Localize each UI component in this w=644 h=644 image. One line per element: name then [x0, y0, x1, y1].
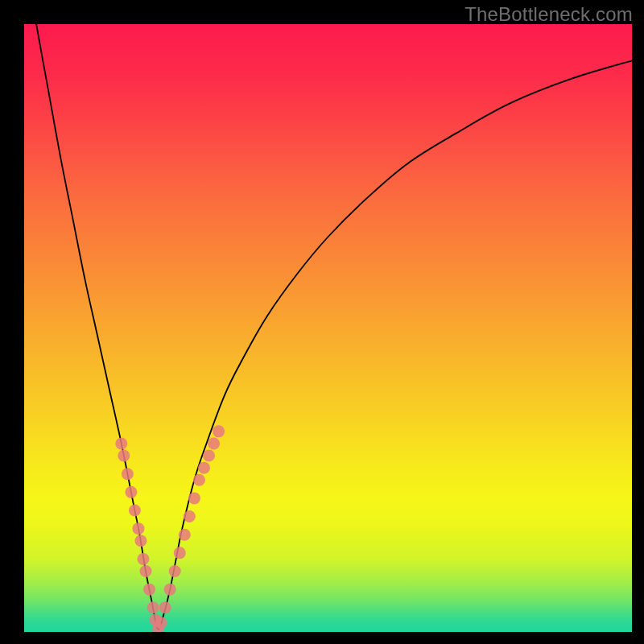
sample-dot: [213, 425, 225, 437]
sample-dot: [122, 468, 134, 480]
sample-dot: [155, 617, 167, 629]
sample-dot: [193, 474, 205, 486]
sample-dot: [203, 450, 215, 462]
sample-dot: [198, 462, 210, 474]
sample-dot: [132, 522, 144, 535]
sample-dot: [179, 529, 191, 541]
watermark-text: TheBottleneck.com: [464, 3, 633, 26]
chart-svg: [24, 24, 632, 632]
sample-dot: [164, 584, 176, 596]
sample-dots-right: [155, 425, 225, 629]
sample-dot: [137, 553, 149, 565]
sample-dot: [188, 492, 200, 504]
plot-area: [24, 24, 632, 632]
bottleneck-curve: [24, 24, 632, 630]
sample-dot: [129, 505, 141, 517]
sample-dot: [184, 510, 196, 522]
sample-dot: [143, 584, 155, 596]
sample-dot: [147, 601, 159, 613]
chart-frame: TheBottleneck.com: [0, 0, 644, 644]
sample-dot: [125, 486, 137, 498]
sample-dot: [159, 601, 171, 613]
sample-dot: [115, 437, 127, 449]
sample-dot: [134, 535, 147, 547]
sample-dot: [140, 565, 152, 577]
sample-dot: [174, 547, 186, 559]
sample-dot: [118, 450, 130, 462]
sample-dot: [169, 565, 181, 577]
sample-dot: [208, 437, 220, 449]
